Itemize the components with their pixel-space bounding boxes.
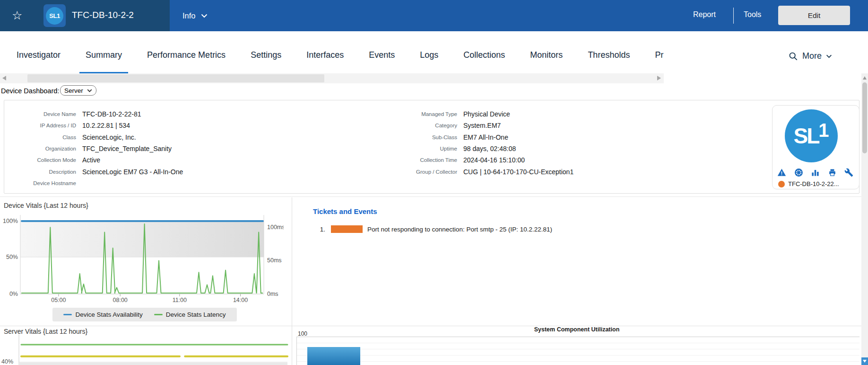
device-dashboard-selected: Server bbox=[64, 87, 83, 94]
tabs-more-dropdown[interactable]: More bbox=[789, 31, 832, 77]
field-label: Managed Type bbox=[284, 111, 457, 117]
svg-text:11:00: 11:00 bbox=[173, 297, 187, 303]
utilization-bar[interactable] bbox=[307, 347, 360, 365]
sl1-logo-tile[interactable]: SL1 bbox=[43, 4, 66, 27]
vertical-scrollbar-thumb[interactable] bbox=[862, 82, 867, 153]
field-value: TFC-DB-10-2-22-81 bbox=[82, 110, 141, 118]
device-vitals-legend: Device Stats Availability Device Stats L… bbox=[52, 308, 237, 321]
device-info-panel: Device Name TFC-DB-10-2-22-81 IP Address… bbox=[4, 100, 859, 194]
chart-gridline bbox=[296, 361, 859, 362]
scroll-down-button[interactable] bbox=[861, 357, 868, 365]
field-value: 2024-04-16 15:10:00 bbox=[463, 156, 525, 164]
device-title: TFC-DB-10-2-2 bbox=[72, 10, 134, 20]
info-dropdown-label: Info bbox=[182, 11, 196, 20]
info-row: Category System.EM7 bbox=[284, 120, 573, 131]
svg-text:100%: 100% bbox=[3, 218, 18, 224]
report-button[interactable]: Report bbox=[693, 10, 716, 19]
info-row: Collection Mode Active bbox=[10, 154, 183, 166]
chart-gridline bbox=[296, 355, 859, 356]
wheel-icon[interactable] bbox=[794, 168, 803, 177]
chart-gridline bbox=[296, 337, 859, 337]
chevron-down-icon bbox=[87, 89, 92, 92]
svg-text:0%: 0% bbox=[9, 291, 18, 297]
search-icon[interactable] bbox=[789, 52, 798, 61]
field-label: Group / Collector bbox=[284, 169, 457, 175]
horizontal-scrollbar-thumb[interactable] bbox=[27, 74, 324, 82]
tab-interfaces[interactable]: Interfaces bbox=[300, 31, 350, 73]
field-value: System.EM7 bbox=[463, 122, 501, 129]
field-value: 98 days, 02:48:08 bbox=[463, 145, 516, 152]
svg-text:14:00: 14:00 bbox=[233, 297, 248, 303]
printer-icon[interactable] bbox=[828, 168, 837, 177]
sl1-logo-icon: SL1 bbox=[46, 7, 63, 25]
info-row: Sub-Class EM7 All-In-One bbox=[284, 132, 573, 143]
server-vitals-chart[interactable] bbox=[0, 334, 292, 365]
info-row: Uptime 98 days, 02:48:08 bbox=[284, 143, 573, 154]
device-info-right-column: Managed Type Physical Device Category Sy… bbox=[284, 108, 573, 178]
field-label: IP Address / ID bbox=[10, 123, 76, 128]
event-list-item: 1. Port not responding to connection: Po… bbox=[312, 225, 552, 233]
server-vitals-y-tick: 40% bbox=[1, 358, 13, 365]
info-dropdown[interactable]: Info bbox=[182, 0, 208, 31]
availability-line-swatch bbox=[63, 314, 72, 315]
tools-button[interactable]: Tools bbox=[744, 10, 761, 19]
info-row: IP Address / ID 10.2.22.81 | 534 bbox=[10, 120, 183, 131]
tab-monitors[interactable]: Monitors bbox=[524, 31, 569, 73]
field-value: CUG | 10-64-170-170-CU-Exception1 bbox=[463, 168, 573, 176]
tab-settings[interactable]: Settings bbox=[244, 31, 287, 73]
field-value: Active bbox=[82, 156, 100, 164]
scroll-left-arrow[interactable] bbox=[2, 76, 6, 80]
info-row: Class ScienceLogic, Inc. bbox=[10, 132, 183, 143]
tab-thresholds[interactable]: Thresholds bbox=[582, 31, 636, 73]
tab-performance-metrics[interactable]: Performance Metrics bbox=[141, 31, 232, 73]
info-row: Managed Type Physical Device bbox=[284, 108, 573, 120]
logo-text-one: 1 bbox=[818, 120, 829, 141]
chart-gridline bbox=[296, 349, 859, 349]
field-label: Organization bbox=[10, 146, 76, 151]
wrench-icon[interactable] bbox=[844, 168, 853, 177]
legend-item-availability[interactable]: Device Stats Availability bbox=[63, 311, 142, 318]
horizontal-scrollbar[interactable] bbox=[0, 73, 664, 83]
tab-investigator[interactable]: Investigator bbox=[10, 31, 67, 73]
latency-line-swatch bbox=[154, 314, 163, 315]
scroll-up-arrow[interactable] bbox=[863, 76, 867, 80]
logo-text-sl: SL bbox=[793, 123, 818, 149]
info-row: Collection Time 2024-04-16 15:10:00 bbox=[284, 154, 573, 166]
device-card-name: TFC-DB-10-2-22... bbox=[788, 180, 839, 187]
chart-gridline bbox=[296, 343, 859, 343]
section-divider bbox=[0, 196, 861, 197]
header-divider bbox=[733, 8, 734, 24]
tab-processes-truncated[interactable]: Pr bbox=[649, 31, 669, 73]
info-row: Description ScienceLogic EM7 G3 - All-In… bbox=[10, 166, 183, 177]
field-label: Collection Mode bbox=[10, 157, 76, 163]
chevron-down-icon bbox=[826, 54, 832, 58]
tab-collections[interactable]: Collections bbox=[457, 31, 511, 73]
app-header: ☆ SL1 TFC-DB-10-2-2 Info Report Tools Ed… bbox=[0, 0, 868, 31]
device-vitals-chart[interactable]: 05:0008:0011:0014:00100%50%0%100ms50ms0m… bbox=[0, 211, 284, 308]
column-divider bbox=[292, 197, 292, 365]
tab-logs[interactable]: Logs bbox=[414, 31, 444, 73]
device-tool-icons bbox=[777, 168, 853, 177]
device-logo-card[interactable]: SL 1 bbox=[772, 105, 859, 189]
bar-chart-icon[interactable] bbox=[811, 168, 820, 177]
warning-icon[interactable] bbox=[777, 168, 786, 177]
tab-summary[interactable]: Summary bbox=[79, 31, 128, 73]
svg-text:50%: 50% bbox=[6, 254, 18, 260]
favorite-star-icon[interactable]: ☆ bbox=[12, 8, 22, 22]
field-label: Class bbox=[10, 134, 76, 140]
scroll-right-arrow[interactable] bbox=[657, 76, 661, 80]
tab-events[interactable]: Events bbox=[363, 31, 401, 73]
field-label: Category bbox=[284, 123, 457, 128]
field-label: Sub-Class bbox=[284, 134, 457, 140]
device-tab-bar: Investigator Summary Performance Metrics… bbox=[0, 31, 868, 73]
edit-button[interactable]: Edit bbox=[778, 6, 850, 25]
event-message-link[interactable]: Port not responding to connection: Port … bbox=[367, 226, 552, 233]
svg-text:08:00: 08:00 bbox=[113, 297, 128, 303]
device-dashboard-select[interactable]: Server bbox=[60, 85, 96, 96]
info-row: Device Name TFC-DB-10-2-22-81 bbox=[10, 108, 183, 120]
legend-item-latency[interactable]: Device Stats Latency bbox=[154, 311, 226, 318]
event-severity-swatch bbox=[331, 225, 363, 233]
field-label: Device Hostname bbox=[10, 180, 76, 186]
svg-text:100ms: 100ms bbox=[267, 224, 284, 231]
device-vitals-title: Device Vitals {Last 12 hours} bbox=[4, 202, 88, 209]
